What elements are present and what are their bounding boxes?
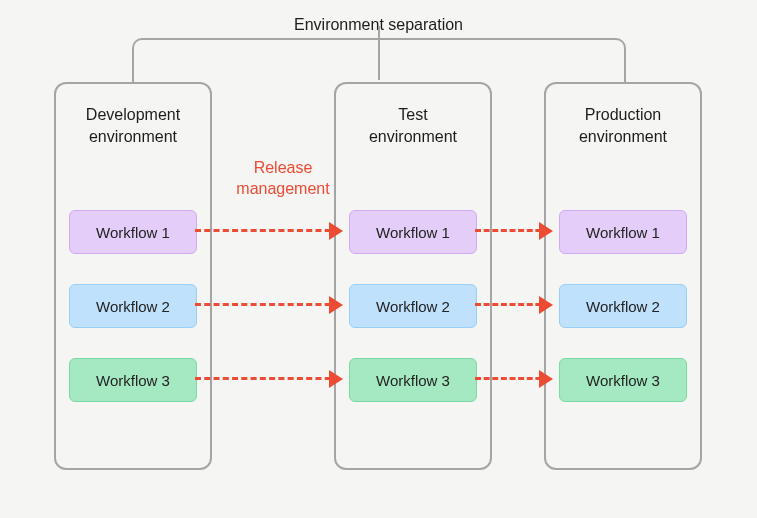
separation-bracket (132, 38, 626, 82)
arrow-test-to-prod (475, 303, 550, 306)
workflow-box: Workflow 1 (559, 210, 687, 254)
diagram-canvas: Environment separation Release managemen… (0, 0, 757, 518)
arrow-test-to-prod (475, 229, 550, 232)
workflow-list: Workflow 1 Workflow 2 Workflow 3 (336, 210, 490, 432)
env-production: Production environment Workflow 1 Workfl… (544, 82, 702, 470)
arrow-dev-to-test (195, 303, 340, 306)
workflow-box: Workflow 2 (559, 284, 687, 328)
env-test: Test environment Workflow 1 Workflow 2 W… (334, 82, 492, 470)
arrow-dev-to-test (195, 229, 340, 232)
workflow-box: Workflow 3 (349, 358, 477, 402)
workflow-list: Workflow 1 Workflow 2 Workflow 3 (56, 210, 210, 432)
env-title: Development environment (56, 104, 210, 147)
workflow-box: Workflow 3 (69, 358, 197, 402)
workflow-box: Workflow 2 (349, 284, 477, 328)
workflow-list: Workflow 1 Workflow 2 Workflow 3 (546, 210, 700, 432)
arrow-test-to-prod (475, 377, 550, 380)
workflow-box: Workflow 3 (559, 358, 687, 402)
env-title: Test environment (336, 104, 490, 147)
env-development: Development environment Workflow 1 Workf… (54, 82, 212, 470)
workflow-box: Workflow 2 (69, 284, 197, 328)
workflow-box: Workflow 1 (69, 210, 197, 254)
arrow-dev-to-test (195, 377, 340, 380)
release-management-label: Release management (228, 158, 338, 200)
workflow-box: Workflow 1 (349, 210, 477, 254)
env-title: Production environment (546, 104, 700, 147)
